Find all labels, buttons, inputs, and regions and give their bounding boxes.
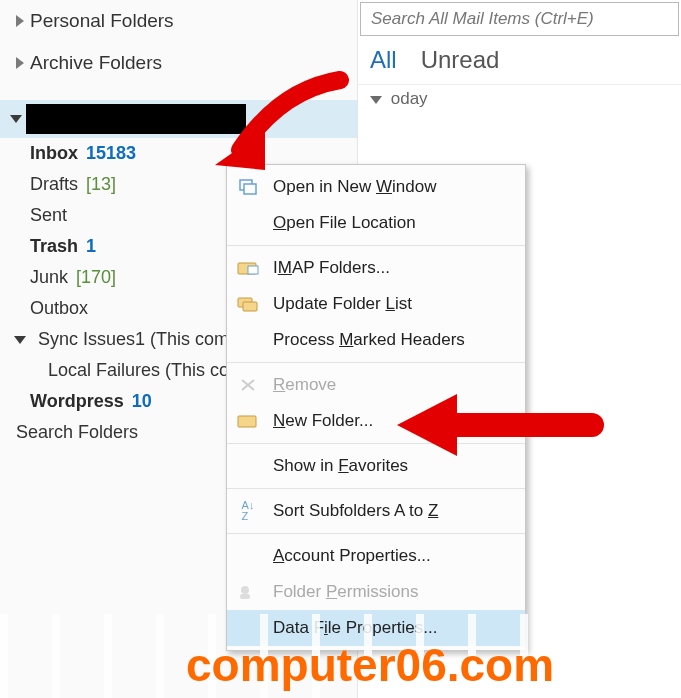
sort-az-icon: A↓Z bbox=[235, 500, 261, 522]
filter-all[interactable]: All bbox=[370, 46, 397, 74]
expand-icon bbox=[16, 57, 24, 69]
blank-icon bbox=[235, 545, 261, 567]
svg-rect-8 bbox=[238, 416, 256, 427]
day-group-label: oday bbox=[391, 89, 428, 108]
blank-icon bbox=[235, 617, 261, 639]
sidebar-group-label: Personal Folders bbox=[30, 10, 174, 32]
svg-point-9 bbox=[241, 586, 249, 594]
watermark-text: computer06.com bbox=[186, 638, 554, 692]
menu-separator bbox=[227, 533, 525, 534]
imap-folder-icon bbox=[235, 257, 261, 279]
blank-icon bbox=[235, 455, 261, 477]
menu-separator bbox=[227, 488, 525, 489]
folder-count: [13] bbox=[86, 174, 116, 195]
folder-label: Inbox bbox=[30, 143, 78, 164]
folder-count: 10 bbox=[132, 391, 152, 412]
menu-account-properties[interactable]: Account Properties... bbox=[227, 538, 525, 574]
folder-label: Sent bbox=[30, 205, 67, 226]
svg-rect-5 bbox=[243, 302, 257, 311]
folder-label: Outbox bbox=[30, 298, 88, 319]
blank-icon bbox=[235, 212, 261, 234]
menu-process-marked-headers[interactable]: Process Marked Headers bbox=[227, 322, 525, 358]
day-group-header[interactable]: oday bbox=[358, 85, 681, 113]
menu-separator bbox=[227, 245, 525, 246]
filter-unread[interactable]: Unread bbox=[421, 46, 500, 74]
annotation-arrow bbox=[392, 380, 602, 470]
remove-icon bbox=[235, 374, 261, 396]
filter-tabs: All Unread bbox=[358, 40, 681, 85]
new-folder-icon bbox=[235, 410, 261, 432]
folder-label: Drafts bbox=[30, 174, 78, 195]
svg-marker-12 bbox=[397, 394, 457, 456]
svg-rect-10 bbox=[240, 594, 250, 599]
folder-label: Local Failures (This com bbox=[48, 360, 244, 381]
menu-imap-folders[interactable]: IMAP Folders... bbox=[227, 250, 525, 286]
collapse-icon bbox=[14, 336, 26, 344]
collapse-icon bbox=[10, 115, 22, 123]
folder-label: Sync Issues1 (This compu bbox=[38, 329, 249, 350]
search-input[interactable]: Search All Mail Items (Ctrl+E) bbox=[360, 2, 679, 36]
menu-update-folder-list[interactable]: Update Folder List bbox=[227, 286, 525, 322]
folder-count: 15183 bbox=[86, 143, 136, 164]
expand-icon bbox=[16, 15, 24, 27]
folder-count: [170] bbox=[76, 267, 116, 288]
folder-count: 1 bbox=[86, 236, 96, 257]
folder-label: Trash bbox=[30, 236, 78, 257]
svg-rect-3 bbox=[248, 266, 258, 274]
folder-label: Wordpress bbox=[30, 391, 124, 412]
blank-icon bbox=[235, 329, 261, 351]
menu-open-file-location[interactable]: Open File Location bbox=[227, 205, 525, 241]
menu-sort-subfolders[interactable]: A↓Z Sort Subfolders A to Z bbox=[227, 493, 525, 529]
collapse-icon bbox=[370, 96, 382, 104]
menu-separator bbox=[227, 362, 525, 363]
sidebar-group-personal[interactable]: Personal Folders bbox=[0, 0, 357, 42]
folder-label: Search Folders bbox=[16, 422, 138, 443]
annotation-arrow bbox=[210, 70, 350, 190]
permissions-icon bbox=[235, 581, 261, 603]
folder-label: Junk bbox=[30, 267, 68, 288]
menu-folder-permissions: Folder Permissions bbox=[227, 574, 525, 610]
sidebar-group-label: Archive Folders bbox=[30, 52, 162, 74]
folders-icon bbox=[235, 293, 261, 315]
